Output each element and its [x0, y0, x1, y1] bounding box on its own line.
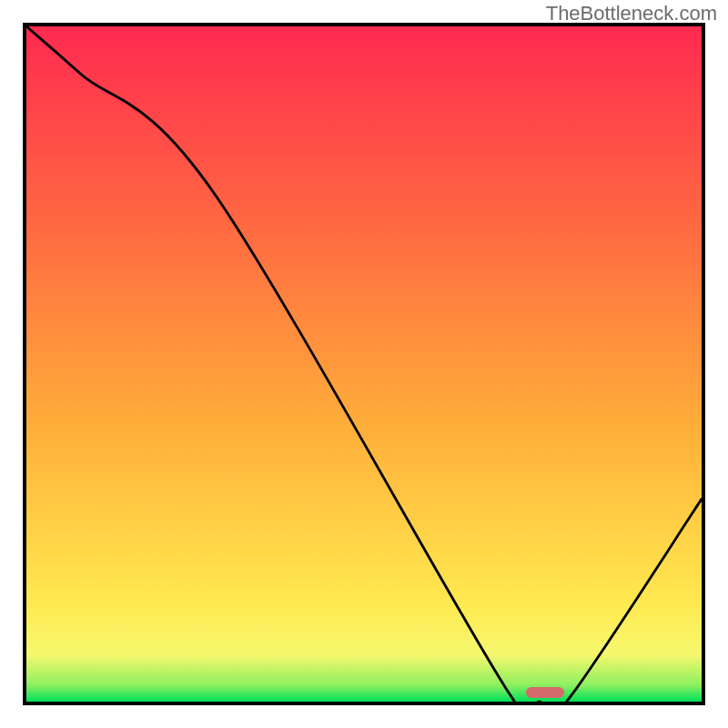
- optimal-marker: [526, 687, 564, 698]
- bottleneck-curve: [26, 26, 702, 702]
- plot-area: [23, 23, 705, 705]
- bottleneck-chart: TheBottleneck.com: [0, 0, 728, 728]
- watermark-label: TheBottleneck.com: [546, 2, 717, 25]
